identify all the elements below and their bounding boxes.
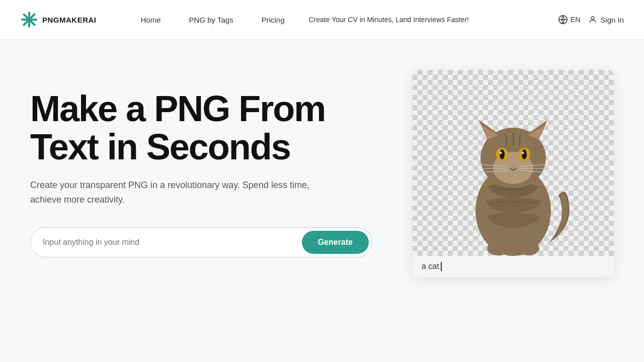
navbar: PNGMAKERAI Home PNG by Tags Pricing Crea… [0, 0, 644, 40]
svg-point-28 [517, 241, 539, 255]
logo[interactable]: PNGMAKERAI [20, 11, 97, 29]
logo-icon [20, 11, 38, 29]
lang-label: EN [571, 16, 580, 24]
hero-section: Make a PNG From Text in Seconds Create y… [0, 40, 644, 362]
preview-card: a cat [413, 70, 614, 277]
nav-png-by-tags[interactable]: PNG by Tags [175, 0, 248, 40]
hero-title-line2: Text in Seconds [30, 127, 290, 167]
svg-point-27 [487, 241, 509, 255]
hero-left: Make a PNG From Text in Seconds Create y… [30, 80, 392, 257]
svg-point-18 [500, 152, 502, 154]
hero-title-line1: Make a PNG From [30, 88, 325, 129]
hero-title: Make a PNG From Text in Seconds [30, 90, 392, 166]
generate-input-row: Generate [30, 227, 372, 257]
svg-point-16 [500, 149, 505, 159]
language-button[interactable]: EN [558, 15, 580, 25]
nav-right: EN Sign In [558, 15, 624, 25]
svg-point-17 [522, 149, 527, 159]
nav-promo[interactable]: Create Your CV in Minutes, Land Intervie… [299, 0, 479, 40]
nav-links: Home PNG by Tags Pricing Create Your CV … [127, 0, 558, 40]
nav-pricing[interactable]: Pricing [248, 0, 299, 40]
cursor-blink [441, 262, 442, 271]
caption-text: a cat [422, 262, 439, 271]
user-icon [588, 15, 597, 24]
sign-in-label: Sign In [600, 16, 624, 24]
cat-illustration [438, 70, 589, 256]
generate-input[interactable] [43, 238, 302, 247]
preview-checker [413, 70, 614, 256]
svg-point-19 [522, 152, 524, 154]
hero-subtitle: Create your transparent PNG in a revolut… [30, 178, 312, 207]
globe-icon [558, 15, 568, 25]
svg-point-6 [591, 17, 594, 20]
hero-right: a cat [413, 70, 614, 277]
logo-label: PNGMAKERAI [42, 16, 97, 24]
nav-home[interactable]: Home [127, 0, 175, 40]
generate-button[interactable]: Generate [302, 231, 369, 254]
sign-in-button[interactable]: Sign In [588, 15, 624, 24]
image-caption: a cat [413, 256, 614, 277]
